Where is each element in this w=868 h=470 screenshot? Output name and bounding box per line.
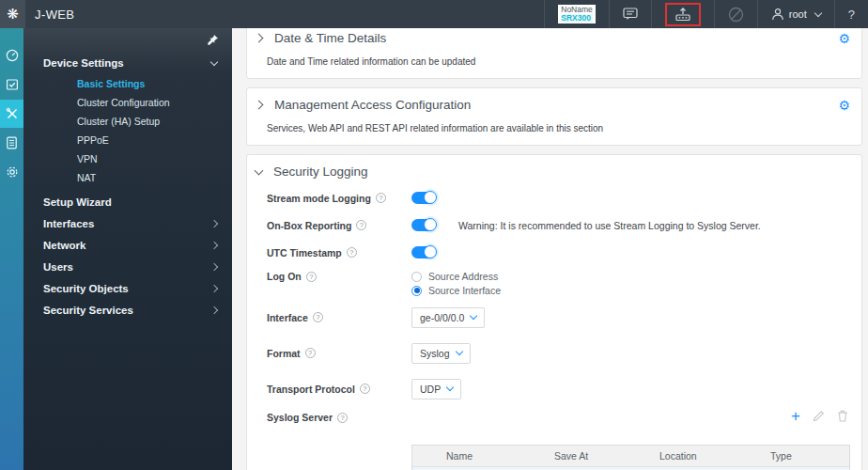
nav-item-pppoe[interactable]: PPPoE <box>23 131 232 149</box>
nav-panel: Device Settings Basic Settings Cluster C… <box>23 28 232 470</box>
cell-name: server <box>446 466 554 470</box>
field-label: UTC Timestamp <box>267 247 342 258</box>
section-date-time: Date & Time Details ⚙ Date and Time rela… <box>246 28 862 79</box>
onbox-reporting-toggle[interactable] <box>411 219 436 231</box>
help-icon[interactable] <box>360 384 370 394</box>
help-icon[interactable] <box>305 348 316 358</box>
nav-item-setup-wizard[interactable]: Setup Wizard <box>23 191 232 212</box>
edit-pencil-icon[interactable] <box>813 410 825 422</box>
nav-item-security-objects[interactable]: Security Objects <box>23 277 232 299</box>
admin-gear-icon <box>6 165 19 179</box>
section-security-logging: Security Logging Stream mode Logging On-… <box>246 154 862 470</box>
chevron-down-icon <box>210 58 218 66</box>
rail-reports-button[interactable] <box>0 129 23 157</box>
chevron-right-icon[interactable] <box>255 101 264 110</box>
settings-gear-icon[interactable]: ⚙ <box>838 99 850 112</box>
nav-item-users[interactable]: Users <box>23 256 232 277</box>
user-icon <box>771 8 784 21</box>
col-header-name[interactable]: Name <box>446 446 554 466</box>
stream-mode-toggle[interactable] <box>411 192 436 204</box>
nav-item-cluster-configuration[interactable]: Cluster Configuration <box>23 93 232 112</box>
comment-icon <box>623 8 638 21</box>
nav-item-nat[interactable]: NAT <box>23 168 232 187</box>
commit-device-icon <box>674 8 691 22</box>
interface-select[interactable]: ge-0/0/0.0 <box>411 307 485 328</box>
nav-item-network[interactable]: Network <box>23 234 232 256</box>
rail-administration-button[interactable] <box>0 158 23 186</box>
format-select[interactable]: Syslog <box>411 343 471 364</box>
chevron-down-icon <box>470 312 477 320</box>
rail-configure-button[interactable] <box>0 100 23 128</box>
cell-type: Standard <box>770 466 849 470</box>
nav-item-label: Network <box>43 240 85 251</box>
device-model: SRX300 <box>561 14 593 23</box>
pin-icon[interactable] <box>207 34 219 46</box>
nav-group-device-settings[interactable]: Device Settings <box>23 53 232 73</box>
disabled-status-icon <box>728 7 744 23</box>
help-icon[interactable] <box>306 272 317 282</box>
section-title[interactable]: Date & Time Details <box>274 31 386 45</box>
top-bar: ❋ J-WEB NoName SRX300 <box>0 0 868 28</box>
nav-item-security-services[interactable]: Security Services <box>23 299 232 321</box>
nav-item-label: Security Services <box>43 305 133 316</box>
utc-timestamp-toggle[interactable] <box>411 246 436 258</box>
nav-item-label: Setup Wizard <box>43 196 112 208</box>
section-title[interactable]: Security Logging <box>273 164 368 179</box>
chevron-down-icon <box>446 384 454 391</box>
radio-unselected-icon <box>411 272 422 282</box>
table-row[interactable]: server host 10.138.101.160 Standard <box>412 466 849 470</box>
col-header-location[interactable]: Location <box>659 446 770 466</box>
user-menu[interactable]: root <box>757 0 834 28</box>
nav-item-label: Security Objects <box>43 283 129 294</box>
transport-protocol-select[interactable]: UDP <box>411 379 461 400</box>
chevron-right-icon[interactable] <box>255 34 264 43</box>
device-badge[interactable]: NoName SRX300 <box>544 0 609 28</box>
form-row-format: Format Syslog <box>267 339 850 367</box>
col-header-type[interactable]: Type <box>770 446 849 466</box>
radio-source-address[interactable]: Source Address <box>411 271 501 282</box>
field-label: Log On <box>267 271 302 282</box>
nav-item-basic-settings[interactable]: Basic Settings <box>23 74 232 93</box>
nav-group-label: Device Settings <box>43 57 124 69</box>
commit-configuration-button[interactable] <box>651 0 714 28</box>
field-label: On-Box Reporting <box>267 220 351 231</box>
delete-trash-icon[interactable] <box>837 410 848 422</box>
nav-item-interfaces[interactable]: Interfaces <box>23 212 232 234</box>
help-icon[interactable] <box>347 247 357 258</box>
col-header-save-at[interactable]: Save At <box>554 446 659 466</box>
section-title[interactable]: Management Access Configuration <box>274 98 471 112</box>
rail-monitor-button[interactable] <box>0 70 23 99</box>
report-document-icon <box>6 136 18 149</box>
help-icon[interactable] <box>313 312 323 322</box>
notifications-button[interactable] <box>714 0 757 28</box>
logo-flower-icon: ❋ <box>7 8 19 22</box>
cell-save-at: host <box>554 466 659 470</box>
nav-item-vpn[interactable]: VPN <box>23 149 232 168</box>
rail-dashboard-button[interactable] <box>0 41 23 70</box>
help-icon[interactable] <box>337 413 348 423</box>
field-label: Format <box>267 348 301 359</box>
chevron-down-icon[interactable] <box>255 165 264 175</box>
nav-item-cluster-ha-setup[interactable]: Cluster (HA) Setup <box>23 112 232 131</box>
help-icon[interactable] <box>356 220 366 230</box>
field-label: Transport Protocol <box>267 384 355 395</box>
icon-rail <box>0 28 23 470</box>
dashboard-gauge-icon <box>6 49 19 62</box>
form-row-syslog-server: Syslog Server + <box>267 408 850 435</box>
settings-gear-icon[interactable]: ⚙ <box>838 32 850 45</box>
main-content: Date & Time Details ⚙ Date and Time rela… <box>232 28 868 470</box>
add-syslog-server-button[interactable]: + <box>791 408 800 424</box>
select-value: Syslog <box>420 348 450 359</box>
help-icon[interactable] <box>376 193 386 203</box>
juniper-logo[interactable]: ❋ <box>0 0 25 28</box>
radio-source-interface[interactable]: Source Interface <box>411 285 501 296</box>
nav-item-label: Interfaces <box>43 218 94 229</box>
monitor-check-icon <box>6 78 19 91</box>
configure-tools-icon <box>6 107 19 120</box>
topbar-right-group: NoName SRX300 <box>544 0 868 28</box>
feedback-button[interactable] <box>609 0 651 28</box>
select-value: UDP <box>420 384 441 395</box>
form-row-utc: UTC Timestamp <box>267 239 850 266</box>
help-button[interactable]: ? <box>834 0 868 28</box>
syslog-server-table: Name Save At Location Type server host <box>411 445 850 470</box>
